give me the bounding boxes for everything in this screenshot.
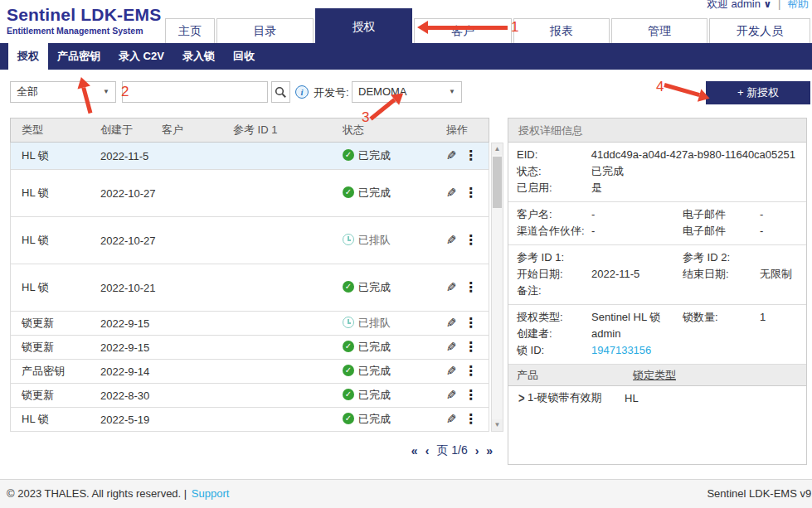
edit-icon[interactable]: ✎ [446,364,457,379]
entitlement-type-value: Sentinel HL 锁 [591,309,683,326]
divider: | [778,0,780,10]
subnav-product-keys[interactable]: 产品密钥 [48,43,109,70]
lock-id-link[interactable]: 1947133156 [591,342,683,359]
annotation-number-3: 3 [362,109,369,126]
channel-partner-value: - [591,223,683,239]
tab-entitlements[interactable]: 授权 [315,8,412,43]
entitlement-details-panel: 授权详细信息 EID: 41ddc49a-a04d-427a-b980-1164… [508,118,807,465]
product-row[interactable]: > 1-硬锁带有效期 HL [508,386,806,409]
more-actions-icon[interactable]: ⋮ [464,389,478,402]
table-row[interactable]: 锁更新 2022-9-15 已完成 ✎ ⋮ [10,336,489,360]
cell-type: 产品密钥 [11,364,100,379]
col-lock-type[interactable]: 锁定类型 [633,368,676,383]
product-name: 1-硬锁带有效期 [528,390,625,405]
lock-count-label: 锁数量: [683,309,760,326]
col-created: 创建于 [100,123,162,138]
table-row[interactable]: 锁更新 2022-9-15 已排队 ✎ ⋮ [10,312,489,336]
search-input[interactable] [122,81,268,103]
cell-actions: ✎ ⋮ [446,364,485,379]
cell-type: HL 锁 [11,280,100,295]
tab-developers[interactable]: 开发人员 [709,18,810,43]
sub-navigation: 授权 产品密钥 录入 C2V 录入锁 回收 [0,43,812,70]
table-row[interactable]: HL 锁 2022-5-19 已完成 ✎ ⋮ [10,408,489,432]
edit-icon[interactable]: ✎ [446,388,457,403]
table-row[interactable]: HL 锁 2022-10-27 已排队 ✎ ⋮ [10,217,489,264]
help-link[interactable]: 帮助 [787,0,809,10]
subnav-checkin-key[interactable]: 录入锁 [173,43,224,70]
col-status: 状态 [343,123,446,138]
tab-administration[interactable]: 管理 [611,18,707,43]
user-menu[interactable]: 欢迎 admin ∨ [707,0,771,10]
more-actions-icon[interactable]: ⋮ [464,149,478,162]
edit-icon[interactable]: ✎ [446,316,457,331]
developer-select[interactable]: DEMOMA ▼ [352,81,462,103]
end-date-label: 结束日期: [683,266,760,283]
cell-created: 2022-10-27 [100,182,162,205]
subnav-revoke[interactable]: 回收 [224,43,264,70]
more-actions-icon[interactable]: ⋮ [464,341,478,354]
remark-label: 备注: [517,283,591,299]
subnav-checkin-c2v[interactable]: 录入 C2V [109,43,173,70]
tab-catalog[interactable]: 目录 [216,18,314,43]
edit-icon[interactable]: ✎ [446,233,457,248]
customer-label: 客户名: [517,206,591,223]
cell-status: 已排队 [343,316,446,331]
search-button[interactable] [271,81,290,103]
cell-status: 已完成 [343,340,446,355]
table-header: 类型 创建于 客户 参考 ID 1 状态 操作 [10,118,489,143]
edit-icon[interactable]: ✎ [446,186,457,201]
cell-status: 已完成 [343,412,446,427]
scroll-down-icon[interactable]: ▼ [492,419,503,431]
col-actions: 操作 [446,123,485,138]
ref-id1-label: 参考 ID 1: [517,249,591,266]
tab-reports[interactable]: 报表 [513,18,610,43]
cell-actions: ✎ ⋮ [446,388,485,403]
status-icon [343,317,354,328]
edit-icon[interactable]: ✎ [446,280,457,295]
edit-icon[interactable]: ✎ [446,412,457,427]
cell-type: 锁更新 [11,340,100,355]
last-page-button[interactable]: » [486,444,493,457]
status-label: 状态: [517,163,591,180]
table-row[interactable]: HL 锁 2022-11-5 已完成 ✎ ⋮ [10,143,489,170]
table-scrollbar[interactable]: ▲ ▼ [491,143,503,432]
table-row[interactable]: 产品密钥 2022-9-14 已完成 ✎ ⋮ [10,360,489,384]
table-row[interactable]: 锁更新 2022-8-30 已完成 ✎ ⋮ [10,384,489,408]
edit-icon[interactable]: ✎ [446,340,457,355]
first-page-button[interactable]: « [411,444,418,457]
product-lock-type: HL [625,392,639,404]
cell-created: 2022-11-5 [100,145,162,167]
status-icon [343,149,354,161]
subnav-entitlements[interactable]: 授权 [8,43,48,70]
status-value: 已完成 [591,163,683,180]
tab-home[interactable]: 主页 [165,18,215,43]
more-actions-icon[interactable]: ⋮ [464,281,478,294]
creator-label: 创建者: [517,326,591,342]
start-date-value: 2022-11-5 [591,266,683,283]
support-link[interactable]: Support [192,487,230,500]
scroll-up-icon[interactable]: ▲ [492,143,503,155]
email-label: 电子邮件 [683,206,760,223]
more-actions-icon[interactable]: ⋮ [464,365,478,378]
expand-chevron-icon[interactable]: > [508,389,528,406]
annotation-number-1: 1 [511,19,518,36]
cell-created: 2022-10-27 [100,230,162,252]
prev-page-button[interactable]: ‹ [425,444,430,457]
cell-created: 2022-9-14 [100,360,162,383]
tab-customers[interactable]: 客户 [414,18,512,43]
table-row[interactable]: HL 锁 2022-10-21 已完成 ✎ ⋮ [10,264,489,312]
more-actions-icon[interactable]: ⋮ [464,317,478,330]
new-entitlement-button[interactable]: + 新授权 [706,81,810,104]
edit-icon[interactable]: ✎ [446,148,457,163]
ref-id2-value [760,249,806,266]
more-actions-icon[interactable]: ⋮ [464,413,478,426]
next-page-button[interactable]: › [475,444,479,457]
more-actions-icon[interactable]: ⋮ [464,234,478,247]
info-icon[interactable]: i [295,85,309,99]
scrollbar-thumb[interactable] [493,157,502,208]
cell-status: 已完成 [343,364,446,379]
table-row[interactable]: HL 锁 2022-10-27 已完成 ✎ ⋮ [10,170,489,217]
more-actions-icon[interactable]: ⋮ [464,186,478,200]
category-select[interactable]: 全部 ▼ [10,81,116,103]
entitlements-table: 类型 创建于 客户 参考 ID 1 状态 操作 HL 锁 2022-11-5 已… [10,118,489,432]
